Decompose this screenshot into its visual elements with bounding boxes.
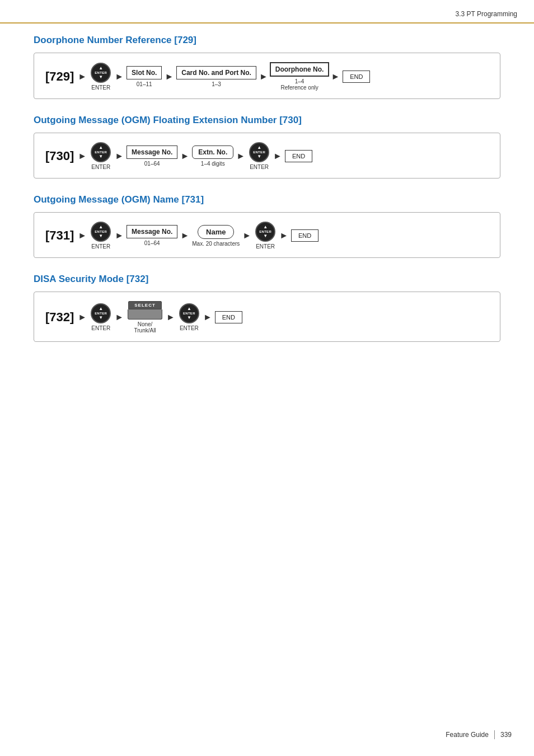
arrow-icon: ►: [236, 151, 245, 161]
arrow-icon: ►: [331, 72, 340, 82]
end-box-730: END: [285, 150, 312, 162]
page-header: 3.3 PT Programming: [0, 0, 534, 24]
arrow-icon: ►: [78, 72, 87, 82]
footer-text: Feature Guide: [446, 731, 489, 739]
arrow-icon: ►: [203, 312, 212, 322]
end-rect: END: [291, 229, 318, 242]
enter-circle: ▲ ENTER ▼: [249, 142, 269, 162]
enter-button-732-2: ▲ ENTER ▼ ENTER: [179, 303, 199, 331]
message-no-sub: 01–64: [144, 161, 160, 167]
section-title-731: Outgoing Message (OGM) Name [731]: [34, 194, 500, 205]
section-title-729: Doorphone Number Reference [729]: [34, 35, 500, 46]
enter-button-730-2: ▲ ENTER ▼ ENTER: [249, 142, 269, 170]
enter-button-731-2: ▲ ENTER ▼ ENTER: [255, 222, 275, 250]
diagram-732: [732] ► ▲ ENTER ▼ ENTER ► SELECT None/ T…: [34, 292, 500, 342]
slot-no-sub: 01–11: [137, 81, 152, 87]
message-no-box: Message No.: [127, 225, 177, 238]
end-rect: END: [215, 311, 242, 323]
enter-label: ENTER: [180, 325, 199, 331]
slot-no-box: Slot No.: [127, 66, 162, 79]
enter-circle: ▲ ENTER ▼: [91, 222, 111, 242]
diagram-731: [731] ► ▲ ENTER ▼ ENTER ► Message No. 01…: [34, 212, 500, 258]
enter-button-732-1: ▲ ENTER ▼ ENTER: [91, 303, 111, 331]
arrow-icon: ►: [279, 231, 288, 241]
arrow-icon: ►: [180, 231, 189, 241]
extn-no-sub: 1–4 digits: [201, 161, 225, 167]
arrow-icon: ►: [78, 312, 87, 322]
footer-divider: [494, 730, 495, 739]
arrow-icon: ►: [259, 72, 268, 82]
enter-label: ENTER: [91, 164, 110, 170]
message-no-node-730: Message No. 01–64: [127, 145, 177, 167]
select-body: [128, 309, 162, 320]
arrow-icon: ►: [78, 231, 87, 241]
arrow-icon: ►: [180, 151, 189, 161]
section-title-730: Outgoing Message (OGM) Floating Extensio…: [34, 115, 500, 126]
arrow-icon: ►: [115, 231, 124, 241]
enter-circle: ▲ ENTER ▼: [91, 63, 111, 83]
section-732: DISA Security Mode [732] [732] ► ▲ ENTER…: [34, 274, 500, 342]
arrow-icon: ►: [273, 151, 282, 161]
end-box-731: END: [291, 229, 318, 242]
name-node: Name Max. 20 characters: [192, 225, 240, 247]
message-no-sub: 01–64: [144, 240, 160, 246]
main-content: Doorphone Number Reference [729] [729] ►…: [0, 29, 534, 380]
card-port-sub: 1–3: [212, 81, 221, 87]
enter-label: ENTER: [91, 84, 110, 91]
enter-label: ENTER: [91, 325, 110, 331]
section-731: Outgoing Message (OGM) Name [731] [731] …: [34, 194, 500, 258]
extn-no-node: Extn. No. 1–4 digits: [192, 145, 233, 167]
end-rect: END: [343, 71, 370, 83]
code-729: [729]: [45, 69, 74, 84]
arrow-icon: ►: [115, 312, 124, 322]
enter-circle: ▲ ENTER ▼: [91, 142, 111, 162]
enter-circle: ▲ ENTER ▼: [91, 303, 111, 323]
select-button-732: SELECT None/ Trunk/All: [128, 301, 162, 334]
doorphone-box: Doorphone No.: [270, 62, 330, 77]
enter-label: ENTER: [256, 243, 275, 250]
enter-button-729-1: ▲ ENTER ▼ ENTER: [91, 63, 111, 91]
diagram-730: [730] ► ▲ ENTER ▼ ENTER ► Message No. 01…: [34, 133, 500, 179]
end-box-732: END: [215, 311, 242, 323]
code-732: [732]: [45, 310, 74, 325]
section-730: Outgoing Message (OGM) Floating Extensio…: [34, 115, 500, 179]
page-footer: Feature Guide 339: [446, 730, 512, 739]
enter-label: ENTER: [250, 164, 269, 170]
section-729: Doorphone Number Reference [729] [729] ►…: [34, 35, 500, 99]
arrow-icon: ►: [115, 151, 124, 161]
slot-no-node: Slot No. 01–11: [127, 66, 162, 87]
arrow-icon: ►: [242, 231, 251, 241]
enter-label: ENTER: [91, 243, 110, 250]
doorphone-node: Doorphone No. 1–4 Reference only: [270, 62, 330, 91]
section-title-732: DISA Security Mode [732]: [34, 274, 500, 285]
arrow-icon: ►: [115, 72, 124, 82]
footer-page: 339: [500, 731, 512, 739]
arrow-icon: ►: [78, 151, 87, 161]
name-box: Name: [198, 225, 234, 239]
select-sub: None/ Trunk/All: [134, 321, 156, 334]
diagram-729: [729] ► ▲ ENTER ▼ ENTER ► Slot No. 01–11…: [34, 53, 500, 99]
enter-circle: ▲ ENTER ▼: [179, 303, 199, 323]
section-label: 3.3 PT Programming: [456, 10, 518, 18]
end-box-729: END: [343, 71, 370, 83]
enter-circle: ▲ ENTER ▼: [255, 222, 275, 242]
code-731: [731]: [45, 228, 74, 243]
card-port-node: Card No. and Port No. 1–3: [176, 66, 256, 87]
arrow-icon: ►: [166, 312, 175, 322]
enter-button-731-1: ▲ ENTER ▼ ENTER: [91, 222, 111, 250]
end-rect: END: [285, 150, 312, 162]
doorphone-note: Reference only: [280, 84, 318, 91]
doorphone-sub: 1–4: [295, 78, 305, 84]
extn-no-box: Extn. No.: [192, 145, 233, 159]
code-730: [730]: [45, 149, 74, 163]
enter-button-730-1: ▲ ENTER ▼ ENTER: [91, 142, 111, 170]
message-no-node-731: Message No. 01–64: [127, 225, 177, 246]
arrow-icon: ►: [165, 72, 174, 82]
card-port-box: Card No. and Port No.: [176, 66, 256, 79]
message-no-box: Message No.: [127, 145, 177, 159]
select-label-top: SELECT: [128, 301, 162, 309]
name-sub: Max. 20 characters: [192, 241, 240, 247]
